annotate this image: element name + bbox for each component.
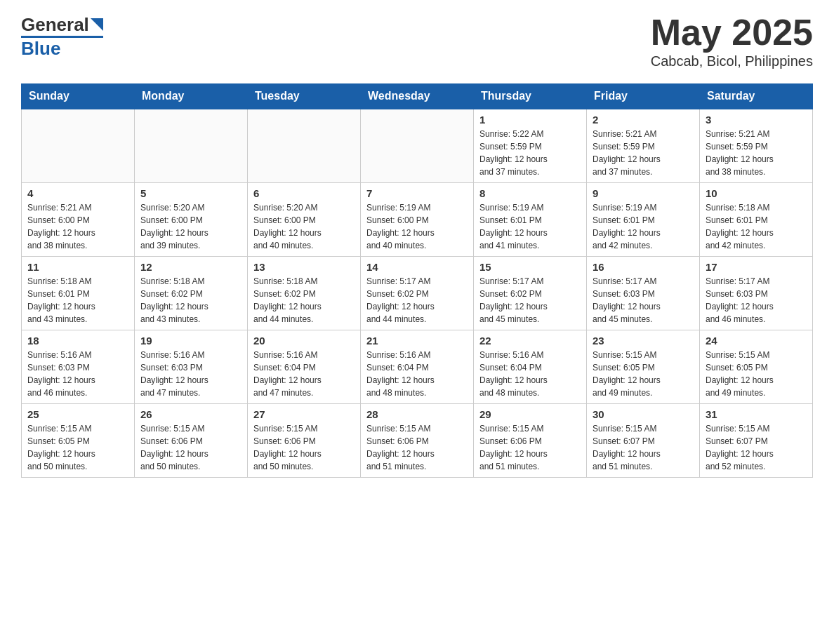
calendar-cell: 19Sunrise: 5:16 AMSunset: 6:03 PMDayligh… (135, 330, 248, 404)
day-info: Sunrise: 5:15 AMSunset: 6:07 PMDaylight:… (706, 422, 807, 473)
day-number: 21 (366, 335, 468, 347)
day-info: Sunrise: 5:18 AMSunset: 6:02 PMDaylight:… (140, 275, 241, 326)
day-info: Sunrise: 5:21 AMSunset: 5:59 PMDaylight:… (593, 128, 694, 178)
day-info: Sunrise: 5:18 AMSunset: 6:01 PMDaylight:… (27, 275, 128, 326)
day-of-week-header: Saturday (700, 84, 813, 109)
day-info: Sunrise: 5:17 AMSunset: 6:03 PMDaylight:… (706, 275, 807, 326)
calendar-cell: 4Sunrise: 5:21 AMSunset: 6:00 PMDaylight… (22, 183, 135, 257)
calendar-cell: 16Sunrise: 5:17 AMSunset: 6:03 PMDayligh… (587, 257, 700, 330)
day-info: Sunrise: 5:20 AMSunset: 6:00 PMDaylight:… (140, 201, 241, 252)
day-info: Sunrise: 5:19 AMSunset: 6:00 PMDaylight:… (366, 201, 468, 252)
calendar-cell: 18Sunrise: 5:16 AMSunset: 6:03 PMDayligh… (22, 330, 135, 404)
day-info: Sunrise: 5:15 AMSunset: 6:06 PMDaylight:… (366, 422, 468, 473)
day-of-week-header: Thursday (474, 84, 587, 109)
day-info: Sunrise: 5:17 AMSunset: 6:02 PMDaylight:… (366, 275, 468, 326)
day-info: Sunrise: 5:16 AMSunset: 6:03 PMDaylight:… (27, 349, 128, 399)
day-info: Sunrise: 5:15 AMSunset: 6:06 PMDaylight:… (140, 422, 241, 473)
day-of-week-header: Tuesday (248, 84, 361, 109)
day-info: Sunrise: 5:21 AMSunset: 5:59 PMDaylight:… (706, 128, 807, 178)
logo-triangle-icon (91, 18, 103, 31)
calendar-cell: 5Sunrise: 5:20 AMSunset: 6:00 PMDaylight… (135, 183, 248, 257)
calendar-cell: 27Sunrise: 5:15 AMSunset: 6:06 PMDayligh… (248, 404, 361, 478)
day-number: 18 (27, 335, 128, 347)
day-of-week-header: Friday (587, 84, 700, 109)
calendar-cell: 14Sunrise: 5:17 AMSunset: 6:02 PMDayligh… (361, 257, 474, 330)
calendar-cell: 31Sunrise: 5:15 AMSunset: 6:07 PMDayligh… (700, 404, 813, 478)
day-number: 27 (253, 408, 355, 420)
day-number: 1 (479, 114, 581, 126)
day-number: 20 (253, 335, 355, 347)
calendar-cell: 29Sunrise: 5:15 AMSunset: 6:06 PMDayligh… (474, 404, 587, 478)
day-number: 15 (479, 261, 581, 273)
calendar-week-row: 1Sunrise: 5:22 AMSunset: 5:59 PMDaylight… (22, 109, 813, 183)
logo-blue-text: Blue (21, 38, 60, 60)
calendar-body: 1Sunrise: 5:22 AMSunset: 5:59 PMDaylight… (22, 109, 813, 478)
calendar-week-row: 25Sunrise: 5:15 AMSunset: 6:05 PMDayligh… (22, 404, 813, 478)
day-number: 13 (253, 261, 355, 273)
day-number: 28 (366, 408, 468, 420)
calendar-cell: 9Sunrise: 5:19 AMSunset: 6:01 PMDaylight… (587, 183, 700, 257)
day-number: 16 (593, 261, 694, 273)
svg-marker-0 (91, 18, 103, 31)
day-of-week-header: Wednesday (361, 84, 474, 109)
day-info: Sunrise: 5:16 AMSunset: 6:04 PMDaylight:… (366, 349, 468, 399)
calendar-cell: 25Sunrise: 5:15 AMSunset: 6:05 PMDayligh… (22, 404, 135, 478)
page-header: General Blue May 2025 Cabcab, Bicol, Phi… (21, 14, 813, 69)
day-info: Sunrise: 5:20 AMSunset: 6:00 PMDaylight:… (253, 201, 355, 252)
day-info: Sunrise: 5:15 AMSunset: 6:07 PMDaylight:… (593, 422, 694, 473)
day-number: 22 (479, 335, 581, 347)
day-info: Sunrise: 5:15 AMSunset: 6:06 PMDaylight:… (253, 422, 355, 473)
calendar-cell: 30Sunrise: 5:15 AMSunset: 6:07 PMDayligh… (587, 404, 700, 478)
day-info: Sunrise: 5:15 AMSunset: 6:05 PMDaylight:… (27, 422, 128, 473)
day-number: 25 (27, 408, 128, 420)
day-number: 12 (140, 261, 241, 273)
day-number: 4 (27, 187, 128, 199)
day-info: Sunrise: 5:22 AMSunset: 5:59 PMDaylight:… (479, 128, 581, 178)
title-section: May 2025 Cabcab, Bicol, Philippines (651, 14, 813, 69)
day-number: 26 (140, 408, 241, 420)
day-number: 3 (706, 114, 807, 126)
calendar-cell: 13Sunrise: 5:18 AMSunset: 6:02 PMDayligh… (248, 257, 361, 330)
day-number: 19 (140, 335, 241, 347)
month-title: May 2025 (651, 14, 813, 51)
calendar-cell: 1Sunrise: 5:22 AMSunset: 5:59 PMDaylight… (474, 109, 587, 183)
day-number: 8 (479, 187, 581, 199)
calendar-cell (248, 109, 361, 183)
calendar-cell: 26Sunrise: 5:15 AMSunset: 6:06 PMDayligh… (135, 404, 248, 478)
calendar-cell: 8Sunrise: 5:19 AMSunset: 6:01 PMDaylight… (474, 183, 587, 257)
calendar-cell: 24Sunrise: 5:15 AMSunset: 6:05 PMDayligh… (700, 330, 813, 404)
day-info: Sunrise: 5:15 AMSunset: 6:06 PMDaylight:… (479, 422, 581, 473)
calendar-cell: 15Sunrise: 5:17 AMSunset: 6:02 PMDayligh… (474, 257, 587, 330)
calendar-cell: 2Sunrise: 5:21 AMSunset: 5:59 PMDaylight… (587, 109, 700, 183)
day-of-week-header: Monday (135, 84, 248, 109)
day-info: Sunrise: 5:16 AMSunset: 6:03 PMDaylight:… (140, 349, 241, 399)
location-title: Cabcab, Bicol, Philippines (651, 53, 813, 69)
day-info: Sunrise: 5:15 AMSunset: 6:05 PMDaylight:… (593, 349, 694, 399)
day-info: Sunrise: 5:17 AMSunset: 6:03 PMDaylight:… (593, 275, 694, 326)
day-info: Sunrise: 5:19 AMSunset: 6:01 PMDaylight:… (479, 201, 581, 252)
day-number: 29 (479, 408, 581, 420)
calendar-cell: 3Sunrise: 5:21 AMSunset: 5:59 PMDaylight… (700, 109, 813, 183)
day-info: Sunrise: 5:17 AMSunset: 6:02 PMDaylight:… (479, 275, 581, 326)
calendar-cell (135, 109, 248, 183)
day-number: 14 (366, 261, 468, 273)
calendar-cell (22, 109, 135, 183)
day-info: Sunrise: 5:16 AMSunset: 6:04 PMDaylight:… (253, 349, 355, 399)
day-of-week-header: Sunday (22, 84, 135, 109)
day-number: 2 (593, 114, 694, 126)
calendar-cell: 11Sunrise: 5:18 AMSunset: 6:01 PMDayligh… (22, 257, 135, 330)
day-number: 10 (706, 187, 807, 199)
day-info: Sunrise: 5:15 AMSunset: 6:05 PMDaylight:… (706, 349, 807, 399)
logo: General Blue (21, 14, 103, 60)
day-number: 30 (593, 408, 694, 420)
calendar-cell: 12Sunrise: 5:18 AMSunset: 6:02 PMDayligh… (135, 257, 248, 330)
calendar-header-row: SundayMondayTuesdayWednesdayThursdayFrid… (22, 84, 813, 109)
calendar-cell (361, 109, 474, 183)
calendar-cell: 28Sunrise: 5:15 AMSunset: 6:06 PMDayligh… (361, 404, 474, 478)
day-info: Sunrise: 5:16 AMSunset: 6:04 PMDaylight:… (479, 349, 581, 399)
day-number: 6 (253, 187, 355, 199)
calendar-week-row: 4Sunrise: 5:21 AMSunset: 6:00 PMDaylight… (22, 183, 813, 257)
calendar-cell: 7Sunrise: 5:19 AMSunset: 6:00 PMDaylight… (361, 183, 474, 257)
day-number: 31 (706, 408, 807, 420)
calendar-week-row: 11Sunrise: 5:18 AMSunset: 6:01 PMDayligh… (22, 257, 813, 330)
